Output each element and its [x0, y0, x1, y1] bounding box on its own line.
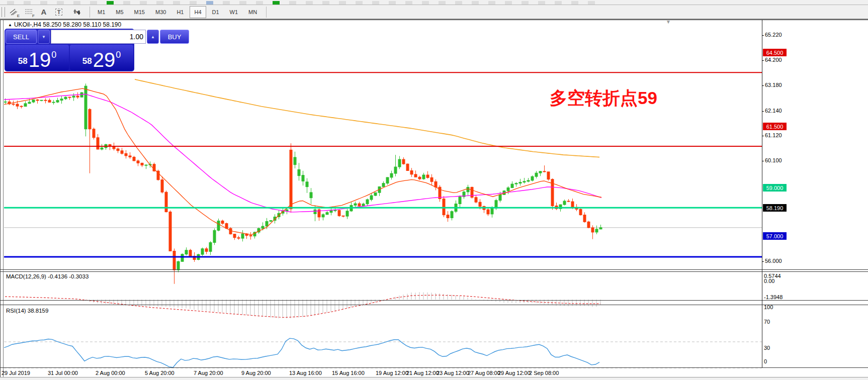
toolbar-overflow-fragment: [488, 1, 495, 5]
price-tick-label: 63.180: [765, 82, 782, 88]
arrow-tools-button[interactable]: ▾: [67, 7, 86, 18]
window-separator[interactable]: [0, 269, 868, 270]
rsi-scale-label: 0: [764, 358, 767, 364]
arrow-tools-icon: [73, 9, 81, 16]
toolbar-overflow-fragment: [206, 1, 213, 5]
volume-decrease-button[interactable]: ▼: [38, 30, 50, 44]
chart-title: ▲UKOil-,H4 58.250 58.280 58.110 58.190: [8, 21, 121, 28]
toolbar-overflow-fragment: [123, 1, 130, 5]
rsi-scale-label: 30: [764, 345, 770, 351]
time-axis-label: 2 Sep 08:00: [529, 370, 559, 376]
sell-price-pips: 19: [29, 51, 51, 68]
price-level-badge: 59.000: [763, 184, 787, 192]
autoscroll-marker-icon[interactable]: ▼: [666, 19, 671, 25]
timeframe-button-m1[interactable]: M1: [93, 6, 110, 18]
toolbar-overflow-fragment: [273, 1, 280, 5]
drawing-toolbar: E F A T ▾ M1M5M15M30H1H4D1W1MN: [0, 5, 868, 20]
timeframe-button-mn[interactable]: MN: [244, 6, 262, 18]
toolbar-overflow-fragment: [73, 1, 80, 5]
toolbar-overflow-fragment: [571, 1, 578, 5]
timeframe-button-m15[interactable]: M15: [130, 6, 149, 18]
price-tick-mark: [762, 60, 764, 61]
macd-scale-label: 0.00: [764, 278, 774, 284]
window-top-border: [0, 20, 868, 20]
price-tick-mark: [762, 35, 764, 36]
price-level-badge: 64.500: [763, 49, 787, 56]
buy-price-point: 0: [116, 50, 121, 60]
toolbar-overflow-fragment: [57, 1, 64, 5]
timeframe-button-h4[interactable]: H4: [190, 6, 206, 18]
toolbar-overflow-fragment: [538, 1, 545, 5]
time-axis-label: 21 Aug 12:00: [406, 370, 439, 376]
status-bar-strip: [0, 377, 868, 380]
toolbar-overflow-fragment: [289, 1, 296, 5]
toolbar-overflow-fragment: [306, 1, 313, 5]
toolbar-grip[interactable]: [2, 7, 5, 17]
rsi-label: RSI(14) 38.8159: [6, 308, 48, 314]
tool-badge: F: [32, 14, 35, 18]
toolbar-overflow-fragment: [156, 1, 163, 5]
price-level-badge: 57.000: [763, 232, 787, 240]
price-tick-label: 62.140: [765, 108, 782, 114]
buy-price-whole: 58: [82, 56, 92, 66]
toolbar-overflow-fragment: [522, 1, 529, 5]
price-tick-mark: [762, 85, 764, 86]
volume-increase-button[interactable]: ▲: [147, 30, 159, 44]
time-axis-label: 7 Aug 20:00: [194, 370, 223, 376]
toolbar-overflow-fragment: [455, 1, 462, 5]
timeframe-button-h1[interactable]: H1: [172, 6, 188, 18]
time-axis-label: 9 Aug 20:00: [241, 370, 271, 376]
price-tick-mark: [762, 161, 764, 161]
toolbar-overflow-fragment: [422, 1, 429, 5]
time-axis-label: 2 Aug 00:00: [96, 370, 125, 376]
window-separator[interactable]: [0, 300, 868, 301]
chart-text-annotation: 多空转折点59: [550, 86, 657, 110]
toolbar-separator: [266, 7, 267, 18]
equidistant-channel-icon: [10, 9, 18, 16]
timeframe-button-w1[interactable]: W1: [225, 6, 243, 18]
timeframe-button-d1[interactable]: D1: [208, 6, 224, 18]
rsi-scale-label: 100: [764, 304, 773, 310]
toolbar-overflow-fragment: [472, 1, 479, 5]
window-left-inner-border: [3, 20, 4, 380]
buy-price-tile[interactable]: 58 29 0: [70, 45, 133, 70]
macd-scale-label: -1.3948: [764, 294, 783, 300]
fibonacci-button[interactable]: F: [22, 7, 35, 18]
toolbar-overflow-fragment: [223, 1, 230, 5]
macd-subwindow-canvas[interactable]: [4, 292, 762, 320]
buy-price-pips: 29: [93, 51, 116, 68]
time-axis-label: 27 Aug 08:00: [468, 370, 500, 376]
time-axis-label: 29 Aug 12:00: [498, 370, 531, 376]
window-separator: [0, 271, 868, 272]
one-click-trading-panel: SELL ▼ ▲ BUY 58 19 0 58 29 0: [5, 29, 134, 71]
text-tool-button[interactable]: A: [37, 7, 50, 18]
price-level-badge: 61.500: [763, 123, 787, 130]
buy-button[interactable]: BUY: [160, 30, 189, 44]
window-separator: [0, 305, 868, 305]
toolbar-overflow-fragment: [40, 1, 47, 5]
toolbar-overflow-fragment: [405, 1, 412, 5]
time-axis-border: [0, 367, 868, 368]
equidistant-channel-button[interactable]: E: [7, 7, 20, 18]
price-tick-mark: [762, 111, 764, 112]
sell-button[interactable]: SELL: [6, 30, 37, 44]
toolbar-overflow-fragment: [389, 1, 396, 5]
macd-label: MACD(12,26,9) -0.4136 -0.3033: [6, 273, 89, 279]
toolbar-overflow-fragment: [190, 1, 197, 5]
text-icon: A: [41, 8, 47, 16]
volume-input[interactable]: [51, 30, 146, 44]
rsi-scale-label: 70: [764, 319, 770, 325]
timeframe-button-m30[interactable]: M30: [151, 6, 170, 18]
price-tick-label: 64.200: [765, 57, 782, 63]
main-chart-canvas[interactable]: [4, 39, 762, 289]
time-axis-label: 31 Jul 00:00: [48, 370, 78, 376]
toolbar-overflow-fragment: [588, 1, 595, 5]
sell-price-tile[interactable]: 58 19 0: [6, 45, 69, 70]
price-tick-label: 61.120: [765, 132, 782, 138]
text-label-tool-button[interactable]: T: [52, 7, 65, 18]
collapse-triangle-icon[interactable]: ▲: [8, 23, 12, 27]
price-tick-mark: [762, 136, 764, 136]
text-label-icon: T: [55, 9, 63, 16]
timeframe-button-m5[interactable]: M5: [111, 6, 128, 18]
toolbar-overflow-fragment: [239, 1, 246, 5]
